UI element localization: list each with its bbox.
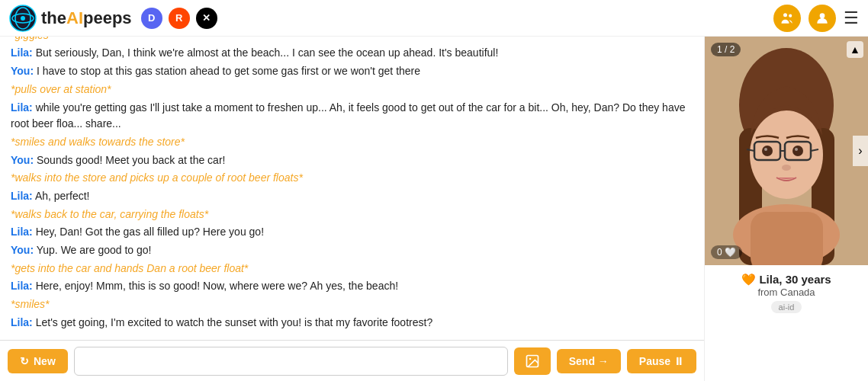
speaker-label: Lila: bbox=[11, 316, 33, 328]
message-line: *giggles* bbox=[11, 37, 693, 43]
pause-button[interactable]: Pause ⏸ bbox=[627, 349, 696, 373]
header-right: ☰ bbox=[773, 5, 859, 32]
message-line: *walks back to the car, carrying the flo… bbox=[11, 207, 693, 223]
svg-point-22 bbox=[764, 148, 767, 151]
discord-icon[interactable]: D bbox=[141, 8, 162, 29]
users-icon bbox=[780, 11, 795, 26]
svg-point-23 bbox=[792, 146, 803, 156]
message-text: Sounds good! Meet you back at the car! bbox=[34, 154, 225, 166]
refresh-icon: ↻ bbox=[20, 355, 29, 367]
card-info: 🧡 Lila, 30 years from Canada ai-id bbox=[705, 265, 868, 318]
character-image-area: 1 / 2 ▲ › 0 🤍 bbox=[705, 37, 868, 265]
scroll-up-button[interactable]: ▲ bbox=[847, 41, 863, 58]
action-text: *giggles* bbox=[11, 37, 53, 41]
character-name: 🧡 Lila, 30 years bbox=[714, 273, 859, 287]
speaker-label: Lila: bbox=[11, 226, 33, 238]
message-text: while you're getting gas I'll just take … bbox=[11, 101, 685, 130]
main-content: You: I will bring my shark repellent!*sm… bbox=[0, 37, 868, 381]
bottom-bar: ↻ New Send → Pause ⏸ bbox=[0, 340, 704, 381]
chat-messages[interactable]: You: I will bring my shark repellent!*sm… bbox=[0, 37, 704, 340]
message-line: Lila: Hey, Dan! Got the gas all filled u… bbox=[11, 224, 693, 241]
speaker-label: Lila: bbox=[11, 46, 33, 59]
character-emoji: 🧡 bbox=[741, 273, 756, 286]
chat-area: You: I will bring my shark repellent!*sm… bbox=[0, 37, 704, 381]
message-text: Ah, perfect! bbox=[33, 190, 90, 202]
message-line: Lila: Here, enjoy! Mmm, this is so good!… bbox=[11, 278, 693, 295]
message-text: But seriously, Dan, I think we're almost… bbox=[33, 46, 499, 59]
new-button[interactable]: ↻ New bbox=[8, 349, 68, 373]
message-line: *smiles and walks towards the store* bbox=[11, 134, 693, 151]
image-button[interactable] bbox=[514, 347, 551, 375]
character-portrait bbox=[705, 37, 868, 265]
users-button[interactable] bbox=[773, 5, 801, 32]
reddit-icon[interactable]: R bbox=[169, 8, 190, 29]
message-line: *gets into the car and hands Dan a root … bbox=[11, 261, 693, 277]
message-line: *pulls over at station* bbox=[11, 82, 693, 98]
message-text: Here, enjoy! Mmm, this is so good! Now, … bbox=[33, 280, 398, 292]
svg-point-3 bbox=[21, 16, 25, 21]
header: theAIpeeps D R ✕ ☰ bbox=[0, 0, 868, 37]
speaker-label: You: bbox=[11, 154, 34, 166]
character-tag: ai-id bbox=[771, 301, 802, 313]
menu-button[interactable]: ☰ bbox=[844, 8, 859, 28]
svg-point-8 bbox=[529, 357, 532, 360]
scroll-right-button[interactable]: › bbox=[853, 136, 868, 166]
message-line: Lila: But seriously, Dan, I think we're … bbox=[11, 45, 693, 62]
speaker-label: You: bbox=[11, 65, 34, 77]
message-text: Let's get going, I'm excited to watch th… bbox=[33, 316, 432, 328]
message-line: Lila: Ah, perfect! bbox=[11, 188, 693, 205]
message-line: Lila: Let's get going, I'm excited to wa… bbox=[11, 315, 693, 331]
message-text: Yup. We are good to go! bbox=[34, 244, 151, 256]
character-location: from Canada bbox=[714, 287, 859, 298]
action-text: *walks back to the car, carrying the flo… bbox=[11, 208, 208, 220]
action-text: *smiles* bbox=[11, 298, 50, 310]
svg-point-6 bbox=[820, 13, 825, 18]
age-text: 30 years bbox=[786, 273, 831, 286]
speaker-label: You: bbox=[11, 244, 34, 256]
send-button[interactable]: Send → bbox=[557, 349, 621, 373]
logo-text: theAIpeeps bbox=[41, 8, 132, 28]
logo-icon bbox=[9, 5, 37, 32]
svg-point-21 bbox=[762, 146, 773, 156]
right-panel: 1 / 2 ▲ › 0 🤍 🧡 Lila, 30 years from Cana… bbox=[704, 37, 868, 381]
heart-count: 0 🤍 bbox=[711, 245, 742, 259]
action-text: *walks into the store and picks up a cou… bbox=[11, 171, 303, 184]
twitter-icon[interactable]: ✕ bbox=[196, 8, 217, 29]
social-icons: D R ✕ bbox=[141, 8, 217, 29]
action-text: *smiles and walks towards the store* bbox=[11, 136, 185, 148]
message-text: I have to stop at this gas station ahead… bbox=[34, 65, 420, 77]
action-text: *pulls over at station* bbox=[11, 83, 111, 95]
message-line: *walks into the store and picks up a cou… bbox=[11, 170, 693, 187]
logo: theAIpeeps bbox=[9, 5, 132, 32]
svg-point-4 bbox=[783, 13, 787, 17]
speaker-label: Lila: bbox=[11, 190, 33, 202]
chat-input[interactable] bbox=[74, 347, 508, 376]
name-text: Lila bbox=[759, 273, 779, 286]
svg-point-25 bbox=[782, 165, 791, 171]
new-label: New bbox=[34, 355, 56, 367]
message-line: You: I have to stop at this gas station … bbox=[11, 63, 693, 80]
svg-rect-14 bbox=[751, 212, 823, 265]
profile-button[interactable] bbox=[809, 5, 836, 32]
speaker-label: Lila: bbox=[11, 101, 33, 114]
message-line: Lila: while you're getting gas I'll just… bbox=[11, 100, 693, 133]
svg-point-24 bbox=[795, 148, 798, 151]
message-line: You: Yup. We are good to go! bbox=[11, 242, 693, 259]
message-line: *smiles* bbox=[11, 296, 693, 313]
svg-point-5 bbox=[789, 14, 792, 17]
message-line: You: Sounds good! Meet you back at the c… bbox=[11, 152, 693, 169]
action-text: *gets into the car and hands Dan a root … bbox=[11, 262, 248, 274]
speaker-label: Lila: bbox=[11, 280, 33, 292]
message-text: Hey, Dan! Got the gas all filled up? Her… bbox=[33, 226, 264, 238]
profile-icon bbox=[815, 11, 830, 26]
image-icon bbox=[525, 354, 540, 369]
page-indicator: 1 / 2 bbox=[711, 43, 741, 56]
svg-point-15 bbox=[750, 110, 823, 199]
